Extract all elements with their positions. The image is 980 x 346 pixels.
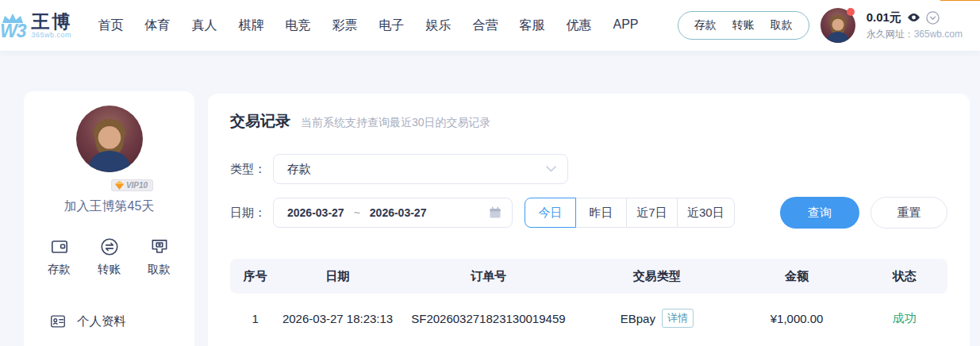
profile-sidebar: VIP10 加入王博第45天 存款 转账 取款 个人资 — [24, 91, 194, 346]
date-range-input[interactable]: 2026-03-27 ~ 2026-03-27 — [273, 198, 513, 228]
notification-dot — [847, 8, 855, 16]
nav-item-lottery[interactable]: 彩票 — [332, 17, 358, 34]
header-deposit-link[interactable]: 存款 — [694, 18, 717, 33]
detail-link[interactable]: 详情 — [662, 309, 694, 328]
profile-avatar — [76, 106, 143, 172]
cell-order-no: SF202603271823130019459 — [395, 312, 582, 325]
top-header: W3 王博 365wb.com 首页 体育 真人 棋牌 电竞 彩票 电子 娱乐 … — [0, 0, 980, 51]
nav-item-home[interactable]: 首页 — [98, 17, 124, 34]
sidebar-item-profile[interactable]: 个人资料 — [24, 301, 194, 342]
date-filter-label: 日期： — [230, 206, 273, 221]
transfer-icon — [99, 236, 120, 257]
sidebar-menu: 个人资料 VIP特权 — [24, 301, 194, 346]
sidebar-transfer-button[interactable]: 转账 — [98, 236, 121, 277]
select-chevron-down-icon — [546, 166, 556, 172]
nav-item-esports[interactable]: 电竞 — [286, 17, 311, 34]
cell-date: 2026-03-27 18:23:13 — [280, 312, 395, 325]
search-button[interactable]: 查询 — [780, 197, 859, 229]
sidebar-item-vip[interactable]: VIP特权 — [24, 342, 194, 346]
header-transfer-link[interactable]: 转账 — [732, 18, 755, 33]
nav-item-service[interactable]: 客服 — [520, 17, 545, 34]
page-subtitle: 当前系统支持查询最近30日的交易记录 — [301, 116, 491, 130]
nav-item-live[interactable]: 真人 — [192, 17, 217, 34]
eye-icon[interactable] — [907, 13, 920, 22]
date-to: 2026-03-27 — [370, 206, 427, 219]
sidebar-deposit-button[interactable]: 存款 — [48, 236, 71, 277]
logo-crown-icon: W3 — [0, 13, 26, 38]
range-today-button[interactable]: 今日 — [525, 198, 576, 228]
status-badge: 成功 — [861, 311, 947, 326]
vip-badge: VIP10 — [937, 0, 980, 1]
date-from: 2026-03-27 — [287, 206, 344, 219]
brand-domain: 365wb.com — [32, 31, 73, 39]
brand-name: 王博 — [32, 12, 73, 31]
nav-item-partnership[interactable]: 合营 — [473, 17, 498, 34]
withdraw-icon — [149, 236, 170, 257]
quick-range-group: 今日 昨日 近7日 近30日 — [525, 198, 735, 228]
type-select[interactable]: 存款 — [273, 154, 568, 184]
wallet-actions: 存款 转账 取款 — [24, 236, 194, 277]
nav-item-promo[interactable]: 优惠 — [567, 17, 592, 34]
range-7days-button[interactable]: 近7日 — [626, 198, 678, 228]
balance-amount: 0.01元 — [867, 10, 901, 25]
page-title: 交易记录 — [230, 111, 290, 132]
cell-amount: ¥1,000.00 — [732, 312, 862, 325]
transactions-table: 序号 日期 订单号 交易类型 金额 状态 1 2026-03-27 18:23:… — [230, 259, 947, 343]
range-yesterday-button[interactable]: 昨日 — [575, 198, 627, 228]
cell-type: EBpay 详情 — [582, 309, 732, 328]
header-withdraw-link[interactable]: 取款 — [771, 18, 793, 33]
nav-item-entertainment[interactable]: 娱乐 — [426, 17, 452, 34]
nav-item-app[interactable]: APP — [613, 17, 639, 34]
table-header: 序号 日期 订单号 交易类型 金额 状态 — [230, 259, 947, 294]
nav-item-cards[interactable]: 棋牌 — [239, 17, 264, 34]
nav-item-slots[interactable]: 电子 — [379, 17, 405, 34]
sidebar-withdraw-button[interactable]: 取款 — [148, 236, 171, 277]
join-days-text: 加入王博第45天 — [24, 198, 194, 215]
type-filter-label: 类型： — [230, 162, 273, 177]
permanent-url: 永久网址：365wb.com — [867, 28, 963, 41]
transaction-records-panel: 交易记录 当前系统支持查询最近30日的交易记录 类型： 存款 日期： 2026-… — [208, 94, 970, 346]
vip-level-badge: VIP10 — [111, 179, 153, 191]
cell-index: 1 — [230, 312, 280, 325]
range-30days-button[interactable]: 近30日 — [677, 198, 735, 228]
nav-item-sports[interactable]: 体育 — [145, 17, 171, 34]
user-avatar[interactable] — [821, 8, 855, 43]
diamond-icon — [115, 181, 124, 190]
calendar-icon — [489, 206, 502, 219]
table-row: 1 2026-03-27 18:23:13 SF2026032718231300… — [230, 294, 947, 343]
wallet-quick-actions: 存款 转账 取款 — [678, 11, 809, 40]
main-nav: 首页 体育 真人 棋牌 电竞 彩票 电子 娱乐 合营 客服 优惠 APP — [98, 17, 639, 34]
reset-button[interactable]: 重置 — [870, 197, 947, 229]
brand-logo[interactable]: W3 王博 365wb.com — [3, 12, 73, 39]
id-card-icon — [49, 313, 67, 330]
wallet-icon — [49, 236, 70, 257]
chevron-down-icon[interactable] — [926, 11, 940, 25]
